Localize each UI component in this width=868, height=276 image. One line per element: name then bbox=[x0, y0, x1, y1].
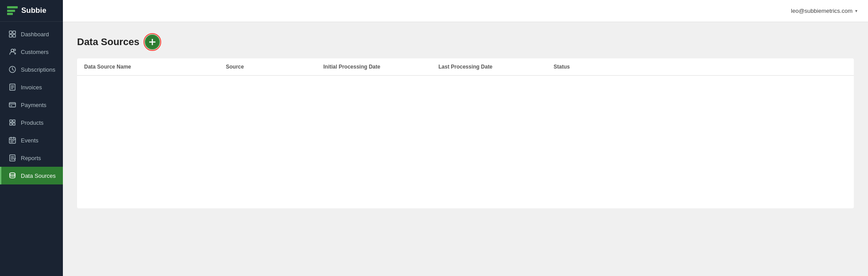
sidebar-item-label: Products bbox=[21, 119, 43, 126]
reports-icon bbox=[8, 154, 16, 162]
page-content: Data Sources Data Source Name Source Ini… bbox=[63, 22, 868, 276]
svg-rect-10 bbox=[10, 123, 12, 125]
plus-icon bbox=[148, 38, 156, 46]
svg-rect-3 bbox=[13, 34, 16, 37]
sidebar-nav: Dashboard Customers Subscr bbox=[0, 22, 63, 276]
sidebar-item-dashboard[interactable]: Dashboard bbox=[0, 25, 63, 43]
main-area: leo@subbiemetrics.com ▾ Data Sources Dat… bbox=[63, 0, 868, 276]
table-body bbox=[77, 76, 854, 208]
sidebar-item-payments[interactable]: Payments bbox=[0, 96, 63, 114]
svg-point-4 bbox=[11, 49, 14, 52]
sidebar-item-label: Dashboard bbox=[21, 31, 49, 38]
svg-rect-1 bbox=[13, 31, 16, 34]
customers-icon bbox=[8, 48, 16, 56]
app-logo[interactable]: Subbie bbox=[0, 0, 63, 22]
sidebar-item-label: Customers bbox=[21, 49, 49, 55]
svg-rect-9 bbox=[13, 120, 15, 122]
svg-rect-2 bbox=[9, 34, 12, 37]
sidebar-item-data-sources[interactable]: Data Sources bbox=[0, 167, 63, 184]
sidebar-item-label: Invoices bbox=[21, 84, 42, 91]
sidebar-item-label: Data Sources bbox=[21, 172, 56, 179]
events-icon bbox=[8, 136, 16, 144]
col-header-initial-date: Initial Processing Date bbox=[323, 64, 438, 70]
topbar: leo@subbiemetrics.com ▾ bbox=[63, 0, 868, 22]
user-menu-caret: ▾ bbox=[855, 8, 857, 13]
logo-icon bbox=[7, 6, 18, 15]
sidebar-item-customers[interactable]: Customers bbox=[0, 43, 63, 61]
subscriptions-icon bbox=[8, 65, 16, 73]
user-email: leo@subbiemetrics.com bbox=[791, 8, 852, 14]
svg-rect-11 bbox=[13, 123, 15, 125]
sidebar-item-label: Events bbox=[21, 137, 39, 144]
svg-rect-8 bbox=[10, 120, 12, 122]
svg-point-14 bbox=[10, 173, 15, 175]
add-data-source-button[interactable] bbox=[145, 34, 160, 50]
sidebar-item-events[interactable]: Events bbox=[0, 131, 63, 149]
sidebar-item-subscriptions[interactable]: Subscriptions bbox=[0, 61, 63, 78]
col-header-name: Data Source Name bbox=[84, 64, 226, 70]
page-header: Data Sources bbox=[77, 34, 854, 50]
sidebar-item-reports[interactable]: Reports bbox=[0, 149, 63, 167]
dashboard-icon bbox=[8, 30, 16, 38]
sidebar-item-products[interactable]: Products bbox=[0, 114, 63, 131]
svg-rect-7 bbox=[9, 103, 16, 107]
user-menu[interactable]: leo@subbiemetrics.com ▾ bbox=[791, 8, 857, 14]
col-header-last-date: Last Processing Date bbox=[438, 64, 554, 70]
col-header-status: Status bbox=[554, 64, 847, 70]
invoices-icon bbox=[8, 83, 16, 91]
products-icon bbox=[8, 119, 16, 126]
page-title: Data Sources bbox=[77, 36, 140, 48]
sidebar-item-label: Subscriptions bbox=[21, 66, 55, 73]
svg-rect-0 bbox=[9, 31, 12, 34]
payments-icon bbox=[8, 101, 16, 109]
svg-point-5 bbox=[14, 49, 16, 51]
table-header: Data Source Name Source Initial Processi… bbox=[77, 58, 854, 76]
data-sources-table: Data Source Name Source Initial Processi… bbox=[77, 58, 854, 208]
sidebar: Subbie Dashboard bbox=[0, 0, 63, 276]
sidebar-item-label: Reports bbox=[21, 155, 41, 161]
sidebar-item-invoices[interactable]: Invoices bbox=[0, 78, 63, 96]
data-sources-icon bbox=[8, 172, 16, 180]
sidebar-item-label: Payments bbox=[21, 102, 46, 108]
app-name: Subbie bbox=[21, 6, 46, 15]
col-header-source: Source bbox=[226, 64, 323, 70]
